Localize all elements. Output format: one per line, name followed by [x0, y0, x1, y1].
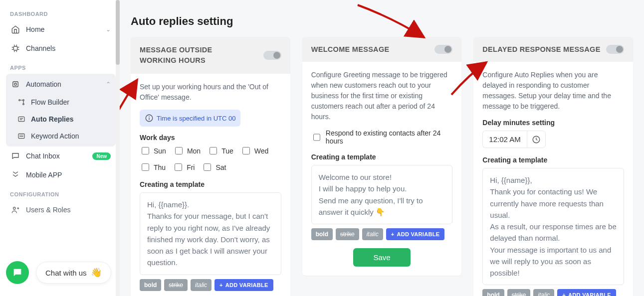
add-variable-button[interactable]: +ADD VARIABLE: [386, 228, 445, 240]
svg-point-8: [13, 207, 16, 210]
chat-pill-label: Chat with us: [45, 269, 87, 277]
toggle-outside-hours[interactable]: [263, 51, 281, 60]
mobile-icon: [11, 170, 20, 179]
sidebar: DASHBOARD Home ⌄ Channels APPS Automatio…: [0, 0, 120, 296]
card-header: DELAYED RESPONSE MESSAGE: [473, 37, 633, 62]
channels-icon: [11, 44, 20, 53]
card-desc: Configure Greeting message to be trigger…: [311, 70, 453, 122]
editor-toolbar: bold strike italic +ADD VARIABLE: [311, 228, 453, 240]
toggle-delayed[interactable]: [606, 45, 624, 54]
italic-button[interactable]: italic: [362, 228, 383, 240]
chat-fab-button[interactable]: [6, 261, 29, 284]
card-title: MESSAGE OUTSIDE WORKING HOURS: [140, 45, 239, 66]
clock-icon[interactable]: [527, 131, 546, 148]
sidebar-item-flow-builder[interactable]: Flow Builder: [6, 94, 116, 111]
toggle-welcome[interactable]: [434, 45, 452, 54]
sidebar-item-label: Chat Inbox: [26, 152, 60, 160]
editor-toolbar: bold strike italic +ADD VARIABLE: [482, 289, 624, 296]
template-editor[interactable]: Hi, {{name}}, Thank you for contacting u…: [482, 168, 624, 285]
sidebar-item-users-roles[interactable]: Users & Roles: [6, 200, 116, 219]
svg-rect-7: [18, 134, 24, 138]
plus-icon: +: [391, 231, 395, 237]
weekday-sun[interactable]: Sun: [140, 146, 166, 156]
add-variable-button[interactable]: +ADD VARIABLE: [557, 289, 616, 296]
time-picker[interactable]: 12:02 AM: [482, 131, 624, 148]
keyword-icon: [17, 132, 26, 141]
strike-button[interactable]: strike: [336, 228, 359, 240]
utc-notice: Time is specified in UTC 00: [140, 110, 240, 127]
sidebar-item-mobile-app[interactable]: Mobile APP: [6, 165, 116, 184]
weekday-fri[interactable]: Fri: [173, 162, 195, 172]
bold-button[interactable]: bold: [140, 279, 161, 291]
time-value[interactable]: 12:02 AM: [482, 131, 526, 148]
sidebar-item-home[interactable]: Home ⌄: [6, 20, 116, 39]
card-desc: Set up your working hours and the 'Out o…: [140, 82, 281, 103]
save-button[interactable]: Save: [353, 248, 410, 267]
card-welcome-message: WELCOME MESSAGE Configure Greeting messa…: [302, 37, 462, 276]
card-title: DELAYED RESPONSE MESSAGE: [482, 45, 600, 53]
sidebar-item-auto-replies[interactable]: Auto Replies: [6, 111, 116, 128]
template-editor[interactable]: Hi, {{name}}. Thanks for your message, b…: [140, 192, 281, 275]
section-apps: APPS: [6, 58, 116, 74]
sidebar-item-label: Users & Roles: [26, 206, 70, 214]
sidebar-item-label: Mobile APP: [26, 171, 62, 179]
plus-icon: +: [219, 282, 223, 288]
weekday-mon[interactable]: Mon: [173, 146, 201, 156]
card-header: MESSAGE OUTSIDE WORKING HOURS: [131, 37, 290, 74]
sidebar-item-keyword-action[interactable]: Keyword Action: [6, 128, 116, 145]
delay-minutes-label: Delay minutes setting: [482, 119, 624, 127]
chat-inbox-icon: [11, 151, 20, 160]
sidebar-item-label: Auto Replies: [31, 115, 74, 123]
sidebar-item-label: Channels: [26, 44, 55, 52]
respond-existing-checkbox[interactable]: Respond to existing contacts after 24 ho…: [311, 129, 453, 145]
home-icon: [11, 25, 20, 34]
weekday-thu[interactable]: Thu: [140, 162, 166, 172]
scrollbar-thumb[interactable]: [116, 0, 120, 65]
sidebar-item-channels[interactable]: Channels: [6, 39, 116, 58]
section-dashboard: DASHBOARD: [6, 4, 116, 20]
template-editor[interactable]: Welcome to our store! I will be happy to…: [311, 165, 453, 224]
card-header: WELCOME MESSAGE: [302, 37, 462, 62]
sidebar-item-label: Automation: [26, 80, 61, 88]
editor-toolbar: bold strike italic +ADD VARIABLE: [140, 279, 281, 291]
italic-button[interactable]: italic: [191, 279, 212, 291]
weekdays-row: Sun Mon Tue Wed Thu Fri Sat: [140, 146, 281, 172]
bold-button[interactable]: bold: [311, 228, 333, 240]
weekday-tue[interactable]: Tue: [208, 146, 233, 156]
weekday-wed[interactable]: Wed: [240, 146, 269, 156]
svg-point-2: [14, 83, 17, 86]
section-configuration: CONFIGURATION: [6, 184, 116, 200]
sidebar-item-automation[interactable]: Automation ⌃: [6, 75, 116, 94]
info-icon: [145, 114, 154, 123]
flow-icon: [17, 98, 26, 107]
chat-widget: Chat with us 👋: [6, 261, 111, 284]
svg-rect-0: [13, 46, 17, 50]
bold-button[interactable]: bold: [482, 289, 504, 296]
app-root: DASHBOARD Home ⌄ Channels APPS Automatio…: [0, 0, 644, 296]
chat-with-us-button[interactable]: Chat with us 👋: [36, 262, 111, 284]
page-title: Auto replies setting: [131, 15, 633, 28]
main-content: Auto replies setting MESSAGE OUTSIDE WOR…: [120, 0, 644, 296]
creating-template-label: Creating a template: [311, 153, 453, 161]
notice-text: Time is specified in UTC 00: [157, 115, 235, 122]
creating-template-label: Creating a template: [482, 156, 624, 164]
auto-replies-icon: [17, 115, 26, 124]
sidebar-group-automation: Automation ⌃ Flow Builder Auto Replies K…: [6, 74, 116, 147]
sidebar-item-chat-inbox[interactable]: Chat Inbox New: [6, 147, 116, 165]
sidebar-item-label: Home: [26, 25, 44, 33]
italic-button[interactable]: italic: [533, 289, 554, 296]
workdays-label: Work days: [140, 134, 281, 142]
chevron-down-icon: ⌄: [106, 26, 111, 33]
card-delayed-response: DELAYED RESPONSE MESSAGE Configure Auto …: [473, 37, 633, 296]
automation-icon: [11, 80, 20, 89]
respond-existing-label: Respond to existing contacts after 24 ho…: [326, 129, 453, 145]
add-variable-button[interactable]: +ADD VARIABLE: [215, 279, 273, 291]
plus-icon: +: [562, 292, 566, 296]
wave-icon: 👋: [91, 267, 102, 278]
card-title: WELCOME MESSAGE: [311, 45, 390, 53]
strike-button[interactable]: strike: [164, 279, 188, 291]
card-desc: Configure Auto Replies when you are dela…: [482, 70, 624, 112]
card-body: Configure Auto Replies when you are dela…: [473, 62, 633, 296]
strike-button[interactable]: strike: [507, 289, 531, 296]
weekday-sat[interactable]: Sat: [202, 162, 226, 172]
